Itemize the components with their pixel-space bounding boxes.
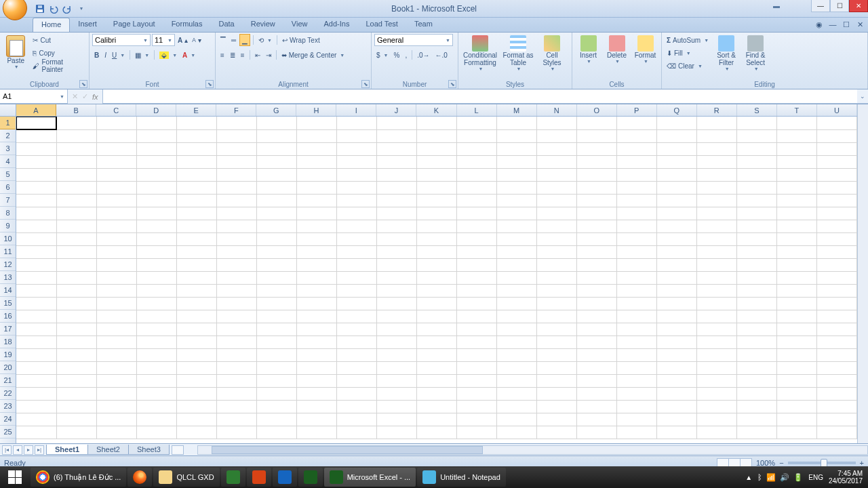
clear-button[interactable]: ⌫Clear▼: [665, 60, 711, 72]
align-middle-button[interactable]: ═: [229, 34, 238, 46]
merge-center-button[interactable]: ⬌Merge & Center▼: [279, 49, 347, 61]
column-header[interactable]: H: [296, 104, 336, 116]
sort-filter-button[interactable]: Sort & Filter▼: [713, 34, 740, 73]
column-header[interactable]: P: [617, 104, 657, 116]
column-header[interactable]: A: [16, 104, 56, 116]
row-header[interactable]: 19: [0, 348, 16, 361]
column-header[interactable]: F: [216, 104, 256, 116]
font-name-combo[interactable]: Calibri▼: [92, 34, 151, 46]
column-header[interactable]: N: [537, 104, 577, 116]
battery-icon[interactable]: 🔋: [793, 473, 803, 482]
zoom-out-button[interactable]: −: [779, 459, 783, 467]
row-header[interactable]: 13: [0, 271, 16, 284]
cut-button[interactable]: ✂Cut: [31, 34, 86, 46]
align-left-button[interactable]: ≡: [218, 49, 226, 61]
alignment-launcher[interactable]: ⬊: [361, 80, 370, 88]
formula-input[interactable]: [102, 89, 857, 104]
clock[interactable]: 7:45 AM 24/05/2017: [829, 470, 863, 485]
align-bottom-button[interactable]: ▁: [239, 34, 250, 46]
italic-button[interactable]: I: [102, 49, 108, 61]
sheet-tab-2[interactable]: Sheet2: [87, 445, 129, 455]
row-header[interactable]: 11: [0, 245, 16, 258]
row-header[interactable]: 18: [0, 336, 16, 348]
copy-button[interactable]: ⎘Copy: [31, 47, 86, 59]
volume-icon[interactable]: 🔊: [780, 473, 789, 482]
row-header[interactable]: 15: [0, 297, 16, 310]
autosum-button[interactable]: ΣAutoSum▼: [665, 34, 711, 46]
bold-button[interactable]: B: [92, 49, 101, 61]
zoom-level[interactable]: 100%: [756, 459, 775, 467]
row-header[interactable]: 10: [0, 232, 16, 245]
paste-button[interactable]: Paste▼: [3, 34, 28, 71]
tab-page-layout[interactable]: Page Layout: [105, 18, 163, 32]
increase-decimal-button[interactable]: .0→: [415, 49, 431, 61]
tab-view[interactable]: View: [283, 18, 316, 32]
minimize-button[interactable]: —: [811, 0, 830, 12]
fill-color-button[interactable]: ⬙▼: [157, 49, 179, 61]
wrap-text-button[interactable]: ↩Wrap Text: [280, 34, 322, 46]
column-header[interactable]: C: [96, 104, 136, 116]
increase-indent-button[interactable]: ⇥: [264, 49, 273, 61]
restore-window-icon[interactable]: ☐: [841, 19, 852, 30]
save-icon[interactable]: [34, 3, 46, 15]
number-format-combo[interactable]: General▼: [374, 34, 453, 46]
tab-review[interactable]: Review: [243, 18, 283, 32]
underline-button[interactable]: U▼: [110, 49, 127, 61]
column-header[interactable]: S: [737, 104, 777, 116]
column-header[interactable]: R: [697, 104, 737, 116]
maximize-button[interactable]: ☐: [830, 0, 849, 12]
row-header[interactable]: 22: [0, 387, 16, 400]
row-header[interactable]: 24: [0, 413, 16, 426]
taskbar-item[interactable]: (6) Thuận Lê Đức ...: [31, 468, 126, 487]
row-header[interactable]: 5: [0, 168, 16, 181]
row-header[interactable]: 8: [0, 207, 16, 220]
format-as-table-button[interactable]: Format as Table▼: [501, 34, 535, 73]
row-header[interactable]: 4: [0, 155, 16, 168]
close-workbook-icon[interactable]: ✕: [854, 19, 865, 30]
tray-expand-icon[interactable]: ▲: [745, 474, 752, 481]
align-center-button[interactable]: ≣: [228, 49, 237, 61]
next-sheet-button[interactable]: ▸: [24, 445, 33, 455]
taskbar-item[interactable]: Untitled - Notepad: [417, 468, 506, 487]
row-header[interactable]: 16: [0, 310, 16, 323]
row-header[interactable]: 14: [0, 284, 16, 297]
zoom-slider[interactable]: [788, 462, 856, 464]
fill-button[interactable]: ⬇Fill▼: [665, 47, 711, 59]
tab-load-test[interactable]: Load Test: [357, 18, 406, 32]
insert-cells-button[interactable]: Insert▼: [575, 34, 601, 66]
column-header[interactable]: L: [457, 104, 497, 116]
decrease-decimal-button[interactable]: ←.0: [433, 49, 450, 61]
row-header[interactable]: 1: [0, 117, 16, 129]
row-header[interactable]: 6: [0, 181, 16, 194]
orientation-button[interactable]: ⟲▼: [256, 34, 274, 46]
language-indicator[interactable]: ENG: [808, 474, 823, 481]
zoom-in-button[interactable]: +: [860, 459, 864, 467]
font-color-button[interactable]: A▼: [180, 49, 197, 61]
tab-home[interactable]: Home: [33, 18, 70, 32]
sheet-tab-3[interactable]: Sheet3: [128, 445, 170, 455]
taskbar-item[interactable]: Microsoft Excel - ...: [324, 468, 416, 487]
select-all-corner[interactable]: [0, 104, 16, 117]
tab-insert[interactable]: Insert: [70, 18, 105, 32]
column-header[interactable]: D: [136, 104, 176, 116]
row-header[interactable]: 2: [0, 129, 16, 142]
minimize-ribbon-icon[interactable]: —: [827, 19, 838, 30]
close-button[interactable]: ✕: [849, 0, 868, 12]
expand-formula-bar[interactable]: ⌄: [857, 89, 868, 104]
font-launcher[interactable]: ⬊: [205, 80, 214, 88]
column-header[interactable]: G: [256, 104, 296, 116]
taskbar-item[interactable]: QLCL GXD: [153, 468, 219, 487]
taskbar-item[interactable]: [221, 468, 245, 487]
shrink-font-button[interactable]: A▾: [191, 34, 203, 46]
tab-addins[interactable]: Add-Ins: [315, 18, 357, 32]
cell-styles-button[interactable]: Cell Styles▼: [537, 34, 567, 73]
horizontal-scrollbar[interactable]: [197, 445, 868, 455]
last-sheet-button[interactable]: ▸|: [35, 445, 44, 455]
column-header[interactable]: E: [176, 104, 216, 116]
column-header[interactable]: B: [56, 104, 96, 116]
fx-icon[interactable]: fx: [92, 93, 98, 101]
percent-button[interactable]: %: [392, 49, 402, 61]
font-size-combo[interactable]: 11▼: [152, 34, 175, 46]
start-button[interactable]: [0, 466, 30, 488]
name-box[interactable]: A1▼: [0, 89, 68, 104]
